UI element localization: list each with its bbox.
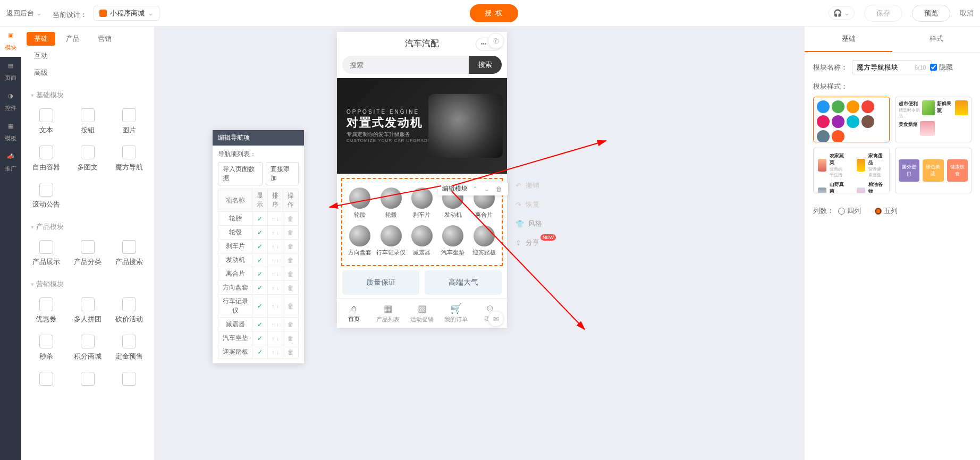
topbar: 返回后台 ⌄ 当前设计： 小程序商城 ⌄ 授 权 🎧 ⌄ 保存 预览 取消 <box>0 0 980 27</box>
support-button[interactable]: 🎧 ⌄ <box>829 6 855 20</box>
cancel-button[interactable]: 取消 <box>960 8 974 18</box>
miniapp-icon <box>99 10 107 17</box>
preview-button[interactable]: 预览 <box>912 5 950 22</box>
save-button[interactable]: 保存 <box>864 5 902 22</box>
design-select[interactable]: 小程序商城 ⌄ <box>94 6 159 21</box>
auth-button[interactable]: 授 权 <box>470 4 519 22</box>
design-label: 当前设计： <box>53 11 87 19</box>
back-link[interactable]: 返回后台 ⌄ <box>6 8 42 18</box>
